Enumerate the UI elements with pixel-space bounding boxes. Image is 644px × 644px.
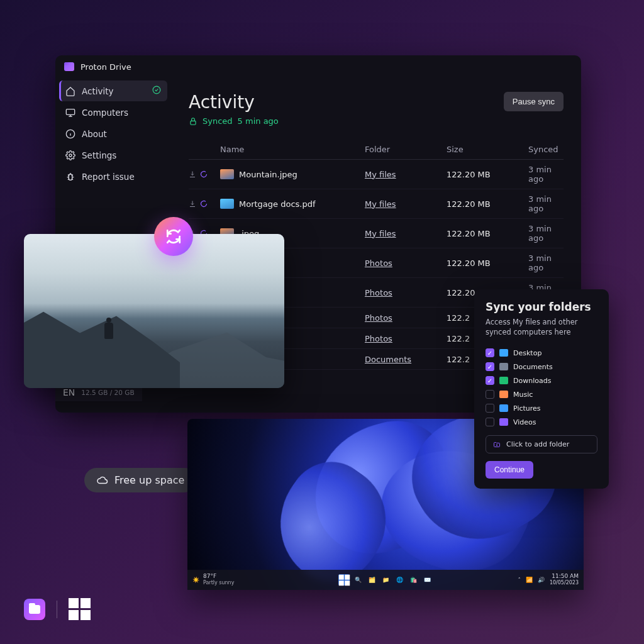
- checkbox[interactable]: ✓: [486, 348, 494, 357]
- col-synced: Synced: [528, 145, 564, 154]
- svg-point-3: [69, 154, 72, 157]
- photo-preview[interactable]: [24, 234, 284, 388]
- status-time: 5 min ago: [238, 116, 279, 126]
- sidebar-item-about[interactable]: About: [59, 124, 167, 144]
- add-folder-button[interactable]: Click to add folder: [486, 435, 597, 453]
- folder-label: Documents: [513, 363, 553, 371]
- folder-link[interactable]: My files: [365, 170, 396, 179]
- folder-icon: [499, 404, 508, 412]
- monitor-icon: [65, 108, 75, 118]
- status-label: Synced: [203, 116, 233, 126]
- app-icon: [64, 62, 74, 71]
- folder-link[interactable]: Documents: [365, 355, 411, 364]
- checkbox[interactable]: ✓: [486, 362, 494, 371]
- folder-link[interactable]: Photos: [365, 258, 392, 268]
- col-size: Size: [447, 145, 528, 154]
- folder-link[interactable]: Photos: [365, 288, 392, 297]
- file-synced: 3 min ago: [528, 165, 564, 184]
- folder-label: Pictures: [513, 404, 541, 413]
- store-icon[interactable]: 🛍️: [408, 574, 419, 586]
- brand-logos: [24, 598, 91, 620]
- table-row[interactable]: Mortgage docs.pdf My files 122.20 MB 3 m…: [189, 189, 564, 219]
- sidebar-item-computers[interactable]: Computers: [59, 103, 167, 123]
- proton-drive-logo: [24, 599, 45, 620]
- weather-cond: Partly sunny: [203, 580, 234, 586]
- folder-label: Videos: [513, 418, 536, 426]
- tray-wifi-icon[interactable]: 📶: [526, 577, 533, 583]
- popup-title: Sync your folders: [486, 301, 597, 313]
- clock-time: 11:50 AM: [552, 573, 579, 579]
- taskview-icon[interactable]: 🗂️: [366, 574, 377, 586]
- file-size: 122.20 MB: [447, 199, 528, 209]
- edge-icon[interactable]: 🌐: [394, 574, 405, 586]
- mail-icon[interactable]: ✉️: [421, 574, 433, 586]
- gear-icon: [65, 150, 75, 160]
- folder-checkbox-row[interactable]: Music: [486, 387, 597, 401]
- col-folder: Folder: [365, 145, 447, 154]
- page-title: Activity: [189, 92, 279, 113]
- tray-chevron-icon[interactable]: ˄: [518, 577, 521, 583]
- titlebar[interactable]: Proton Drive: [55, 55, 581, 78]
- download-icon: [189, 170, 196, 178]
- explorer-icon[interactable]: 📁: [380, 574, 391, 586]
- cloud-icon: [97, 475, 108, 486]
- folder-label: Downloads: [513, 377, 551, 385]
- folder-icon: [499, 377, 508, 384]
- sync-spinner-icon: [200, 200, 208, 208]
- sync-folders-popup: Sync your folders Access My files and ot…: [474, 289, 609, 489]
- home-icon: [65, 86, 75, 96]
- storage-text: 12.5 GB / 20 GB: [81, 389, 134, 396]
- sidebar-item-report[interactable]: Report issue: [59, 167, 167, 187]
- file-thumb: [220, 169, 234, 179]
- sync-badge-icon: [154, 217, 193, 256]
- tray-volume-icon[interactable]: 🔊: [538, 577, 545, 583]
- table-row[interactable]: Mountain.jpeg My files 122.20 MB 3 min a…: [189, 160, 564, 189]
- checkbox[interactable]: [486, 404, 494, 413]
- taskbar[interactable]: ☀️ 87°F Partly sunny 🔍 🗂️ 📁 🌐 🛍️ ✉️ ˄ 📶 …: [187, 570, 584, 590]
- bug-icon: [65, 172, 75, 182]
- lock-icon: [189, 117, 197, 126]
- checkbox[interactable]: [486, 390, 494, 399]
- clock-date: 10/05/2023: [550, 580, 579, 586]
- folder-checkbox-row[interactable]: Videos: [486, 415, 597, 429]
- folder-link[interactable]: Photos: [365, 334, 392, 343]
- folder-link[interactable]: My files: [365, 199, 396, 209]
- sidebar-label: Activity: [82, 86, 114, 96]
- check-icon: [152, 86, 161, 96]
- folder-checkbox-row[interactable]: ✓ Documents: [486, 360, 597, 374]
- weather-temp: 87°F: [203, 573, 216, 579]
- free-up-label: Free up space: [114, 474, 184, 486]
- file-size: 122.20 MB: [447, 170, 528, 179]
- folder-checkbox-row[interactable]: ✓ Downloads: [486, 374, 597, 387]
- checkbox[interactable]: ✓: [486, 376, 494, 385]
- free-up-space-button[interactable]: Free up space: [84, 468, 197, 492]
- folder-link[interactable]: My files: [365, 229, 396, 238]
- svg-point-0: [153, 86, 160, 94]
- sidebar-item-settings[interactable]: Settings: [59, 145, 167, 165]
- sidebar-item-activity[interactable]: Activity: [59, 80, 167, 101]
- svg-rect-4: [69, 174, 72, 180]
- file-thumb: [220, 199, 234, 209]
- file-size: 122.20 MB: [447, 258, 528, 268]
- checkbox[interactable]: [486, 418, 494, 426]
- info-icon: [65, 129, 75, 139]
- add-folder-label: Click to add folder: [506, 440, 569, 448]
- add-folder-icon: [492, 441, 501, 448]
- svg-rect-1: [66, 109, 74, 115]
- folder-checkbox-row[interactable]: Pictures: [486, 401, 597, 415]
- svg-rect-5: [191, 121, 196, 125]
- folder-checkbox-row[interactable]: ✓ Desktop: [486, 346, 597, 360]
- popup-body: Access My files and other synced compute…: [486, 317, 597, 337]
- search-icon[interactable]: 🔍: [352, 574, 364, 586]
- file-name: Mountain.jpeg: [239, 170, 297, 179]
- folder-link[interactable]: Photos: [365, 313, 392, 323]
- lang-code: EN: [63, 387, 75, 397]
- pause-sync-button[interactable]: Pause sync: [504, 92, 564, 111]
- continue-button[interactable]: Continue: [486, 461, 533, 479]
- folder-icon: [499, 391, 508, 398]
- file-name: Mortgage docs.pdf: [239, 199, 316, 209]
- app-title: Proton Drive: [80, 62, 131, 72]
- folder-label: Music: [513, 391, 533, 399]
- sidebar-label: About: [82, 129, 107, 139]
- start-icon[interactable]: [338, 574, 350, 586]
